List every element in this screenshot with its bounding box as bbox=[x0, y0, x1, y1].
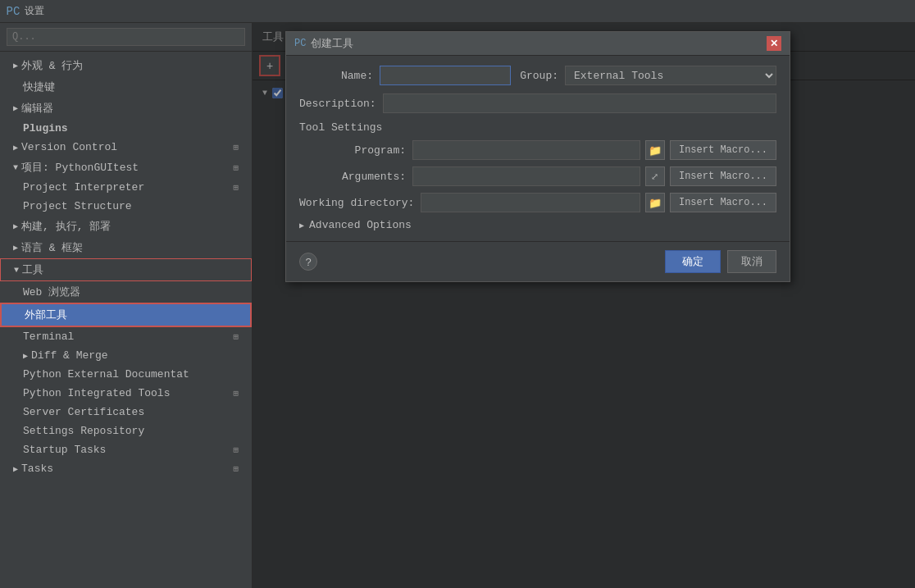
advanced-options-label: Advanced Options bbox=[309, 219, 412, 231]
program-input[interactable] bbox=[412, 140, 640, 160]
workingdir-folder-button[interactable]: 📁 bbox=[645, 193, 665, 212]
arguments-expand-button[interactable]: ⤢ bbox=[645, 166, 665, 186]
search-box bbox=[0, 23, 252, 52]
arrow-icon: ▶ bbox=[23, 351, 28, 361]
sidebar-item-label: Web 浏览器 bbox=[23, 285, 80, 299]
program-input-group: 📁 Insert Macro... bbox=[412, 140, 776, 160]
search-input[interactable] bbox=[7, 28, 245, 46]
sidebar-item-label: 外部工具 bbox=[25, 308, 67, 322]
sidebar-item-languages[interactable]: ▶ 语言 & 框架 bbox=[0, 237, 252, 258]
description-input[interactable] bbox=[383, 93, 776, 113]
dialog-close-button[interactable]: ✕ bbox=[767, 36, 781, 51]
arguments-input-group: ⤢ Insert Macro... bbox=[412, 166, 776, 186]
arrow-icon: ▶ bbox=[13, 61, 18, 71]
arrow-icon: ▼ bbox=[14, 266, 19, 275]
dialog-actions: 确定 取消 bbox=[665, 250, 776, 273]
sidebar-item-tasks[interactable]: ▶ Tasks ⊞ bbox=[0, 459, 252, 478]
sidebar-item-tools[interactable]: ▼ 工具 bbox=[0, 258, 252, 281]
create-tool-dialog: PC 创建工具 ✕ Name: Group: External Tools bbox=[285, 31, 790, 282]
arguments-row: Arguments: ⤢ Insert Macro... bbox=[299, 166, 776, 186]
workingdir-input[interactable] bbox=[421, 193, 640, 212]
cancel-button[interactable]: 取消 bbox=[727, 250, 776, 273]
sidebar-item-appearance[interactable]: ▶ 外观 & 行为 bbox=[0, 55, 252, 76]
dialog-icon: PC bbox=[294, 38, 306, 49]
advanced-options-row[interactable]: ▶ Advanced Options bbox=[299, 219, 776, 231]
dialog-footer: ? 确定 取消 bbox=[286, 241, 790, 281]
window-title: 设置 bbox=[25, 4, 44, 18]
sidebar-item-label: Plugins bbox=[23, 122, 68, 134]
arrow-icon: ▼ bbox=[13, 163, 18, 172]
name-label: Name: bbox=[299, 70, 373, 82]
program-row: Program: 📁 Insert Macro... bbox=[299, 140, 776, 160]
sidebar-item-settingsrepo[interactable]: Settings Repository bbox=[0, 422, 252, 440]
sidebar-item-plugins[interactable]: Plugins bbox=[0, 119, 252, 138]
program-label: Program: bbox=[299, 144, 406, 157]
sidebar-item-label: 项目: PythonGUItest bbox=[21, 160, 139, 175]
arguments-label: Arguments: bbox=[299, 171, 406, 183]
app-icon: PC bbox=[7, 5, 20, 18]
sidebar-item-label: Version Control bbox=[21, 141, 117, 153]
sidebar-item-webbrowser[interactable]: Web 浏览器 bbox=[0, 281, 252, 303]
arrow-icon: ▶ bbox=[13, 143, 18, 153]
sidebar-item-label: Settings Repository bbox=[23, 425, 144, 437]
sidebar: ▶ 外观 & 行为 快捷键 ▶ 编辑器 Plugins ▶ Version Co… bbox=[0, 23, 253, 588]
arrow-icon: ▶ bbox=[13, 243, 18, 253]
sidebar-list: ▶ 外观 & 行为 快捷键 ▶ 编辑器 Plugins ▶ Version Co… bbox=[0, 52, 252, 588]
sidebar-item-project[interactable]: ▼ 项目: PythonGUItest ⊞ bbox=[0, 157, 252, 178]
program-folder-button[interactable]: 📁 bbox=[645, 140, 665, 160]
advanced-arrow-icon: ▶ bbox=[299, 221, 304, 230]
sidebar-item-label: Server Certificates bbox=[23, 406, 144, 418]
workingdir-row: Working directory: 📁 Insert Macro... bbox=[299, 193, 776, 212]
sidebar-item-label: 快捷键 bbox=[23, 80, 55, 94]
dialog-title: 创建工具 bbox=[311, 36, 353, 51]
sidebar-item-label: Python External Documentat bbox=[23, 368, 189, 381]
sidebar-item-pythonexternaldoc[interactable]: Python External Documentat bbox=[0, 365, 252, 384]
sidebar-item-label: 外观 & 行为 bbox=[21, 58, 83, 73]
sidebar-item-editor[interactable]: ▶ 编辑器 bbox=[0, 98, 252, 119]
sidebar-item-diffmerge[interactable]: ▶ Diff & Merge bbox=[0, 346, 252, 365]
help-button[interactable]: ? bbox=[299, 253, 317, 271]
external-icon: ⊞ bbox=[233, 162, 239, 173]
workingdir-label: Working directory: bbox=[299, 197, 414, 209]
workingdir-macro-button[interactable]: Insert Macro... bbox=[670, 193, 776, 212]
tool-settings-title: Tool Settings bbox=[299, 121, 776, 134]
sidebar-item-label: Diff & Merge bbox=[31, 349, 108, 362]
name-group-row: Name: Group: External Tools bbox=[299, 66, 776, 85]
group-label: Group: bbox=[517, 70, 558, 82]
sidebar-item-servercerts[interactable]: Server Certificates bbox=[0, 403, 252, 422]
external-icon: ⊞ bbox=[233, 444, 239, 455]
name-input[interactable] bbox=[380, 66, 511, 85]
sidebar-item-label: Terminal bbox=[23, 330, 74, 343]
sidebar-item-terminal[interactable]: Terminal ⊞ bbox=[0, 327, 252, 346]
sidebar-item-builddeploy[interactable]: ▶ 构建, 执行, 部署 bbox=[0, 216, 252, 237]
sidebar-item-startuptasks[interactable]: Startup Tasks ⊞ bbox=[0, 440, 252, 459]
external-icon: ⊞ bbox=[233, 331, 239, 342]
sidebar-item-label: Startup Tasks bbox=[23, 444, 106, 456]
sidebar-item-label: Python Integrated Tools bbox=[23, 387, 170, 399]
arguments-input[interactable] bbox=[412, 166, 640, 186]
sidebar-item-label: Project Structure bbox=[23, 200, 132, 212]
desc-label: Description: bbox=[299, 98, 376, 110]
sidebar-item-label: 构建, 执行, 部署 bbox=[21, 219, 111, 234]
sidebar-item-versioncontrol[interactable]: ▶ Version Control ⊞ bbox=[0, 138, 252, 157]
sidebar-item-projectinterpreter[interactable]: Project Interpreter ⊞ bbox=[0, 178, 252, 197]
sidebar-item-label: Project Interpreter bbox=[23, 181, 144, 194]
arrow-icon: ▶ bbox=[13, 464, 18, 474]
external-icon: ⊞ bbox=[233, 388, 239, 399]
program-macro-button[interactable]: Insert Macro... bbox=[670, 140, 776, 160]
external-icon: ⊞ bbox=[233, 182, 239, 193]
arrow-icon: ▶ bbox=[13, 221, 18, 231]
external-icon: ⊞ bbox=[233, 142, 239, 153]
sidebar-item-pythonintegratedtools[interactable]: Python Integrated Tools ⊞ bbox=[0, 384, 252, 403]
sidebar-item-shortcuts[interactable]: 快捷键 bbox=[0, 76, 252, 98]
title-bar: PC 设置 bbox=[0, 0, 915, 23]
arguments-macro-button[interactable]: Insert Macro... bbox=[670, 166, 776, 186]
external-icon: ⊞ bbox=[233, 463, 239, 474]
ok-button[interactable]: 确定 bbox=[665, 250, 721, 273]
sidebar-item-projectstructure[interactable]: Project Structure bbox=[0, 197, 252, 216]
arrow-icon: ▶ bbox=[13, 103, 18, 113]
dialog-body: Name: Group: External Tools Description:… bbox=[286, 56, 790, 241]
main-content: 工具 › 外部工具 + − ▲ ▼ ⧉ ▼ External Tools bbox=[253, 23, 915, 588]
sidebar-item-externaltools[interactable]: 外部工具 bbox=[0, 303, 252, 327]
group-select[interactable]: External Tools bbox=[565, 66, 776, 85]
